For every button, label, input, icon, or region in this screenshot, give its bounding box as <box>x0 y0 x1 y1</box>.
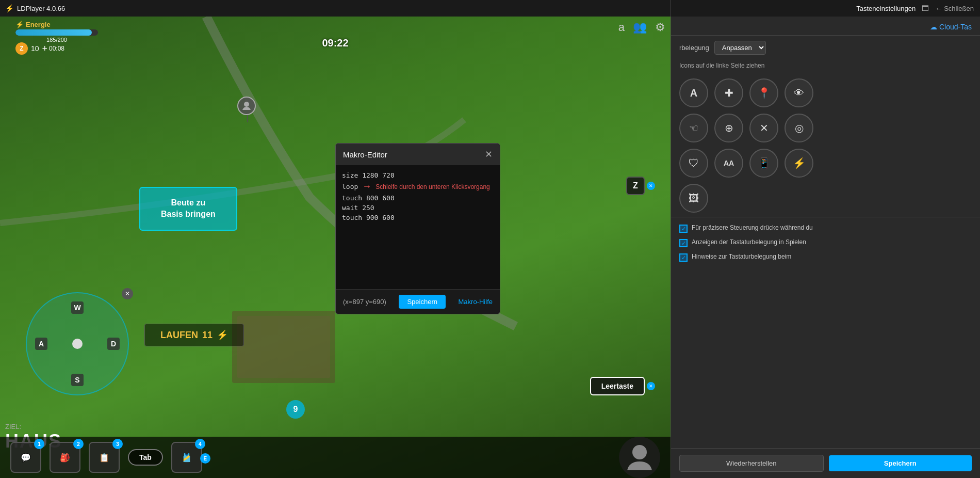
macro-modal-body: size 1280 720 loop → Schleife durch den … <box>336 165 500 289</box>
macro-loop-row: loop → Schleife durch den unteren Klicks… <box>342 181 494 192</box>
leertaste-key[interactable]: Leertaste <box>590 377 645 395</box>
panel-bottom: Wiederherstellen Speichern <box>671 448 980 478</box>
macro-modal-footer: (x=897 y=690) Speichern Makro-Hilfe <box>336 289 500 314</box>
checkbox-label-1: Für präzisere Steuerung drücke während d… <box>692 224 813 232</box>
macro-editor-modal: Makro-Editor ✕ size 1280 720 loop → Schl… <box>335 143 500 314</box>
z-key[interactable]: Z <box>626 177 645 195</box>
game-area: ⚡ Energie 185/200 00:08 Z 10 + 09:22 a 👥… <box>0 17 671 478</box>
icon-grid-AA[interactable]: AA <box>714 149 743 178</box>
icon-grid-target[interactable]: ⊕ <box>714 114 743 142</box>
slot4-badge: 4 <box>195 439 205 449</box>
w-key[interactable]: W <box>71 301 84 314</box>
alpha-icon[interactable]: a <box>618 21 625 34</box>
hud-coin: Z 10 + <box>15 42 47 55</box>
macro-modal-close-btn[interactable]: ✕ <box>485 149 493 160</box>
icon-grid-hand[interactable]: ☜ <box>679 114 708 142</box>
z-key-overlay: Z ✕ <box>626 177 655 195</box>
slot1-badge: 1 <box>34 439 44 449</box>
energy-bar-fill <box>15 29 92 36</box>
icon-grid-pin[interactable]: 📍 <box>749 78 778 107</box>
svg-point-2 <box>244 102 249 107</box>
checkbox-label-2: Anzeigen der Tastaturbelegung in Spielen <box>692 238 806 247</box>
add-coin-icon[interactable]: + <box>42 43 48 54</box>
checkbox-row-2: ✓ Anzeigen der Tastaturbelegung in Spiel… <box>679 238 972 247</box>
slot2-badge: 2 <box>73 439 84 449</box>
keybind-select[interactable]: Anpassen <box>714 41 766 55</box>
users-icon[interactable]: 👥 <box>633 21 647 34</box>
settings-icon[interactable]: ⚙ <box>655 21 665 34</box>
beute-button[interactable]: Beute zu Basis bringen <box>139 187 237 231</box>
player-marker-pin <box>247 115 248 122</box>
checkbox-1[interactable]: ✓ <box>679 225 688 233</box>
app-title: LDPlayer 4.0.66 <box>17 5 65 12</box>
avatar-svg <box>624 442 655 473</box>
player-marker <box>237 97 258 122</box>
d-key[interactable]: D <box>107 338 120 350</box>
macro-help-link[interactable]: Makro-Hilfe <box>459 298 493 306</box>
panel-close-btn[interactable]: ← Schließen <box>935 5 974 12</box>
macro-line-5: touch 900 600 <box>342 214 494 221</box>
center-timer: 09:22 <box>322 37 348 49</box>
cloud-tas-btn[interactable]: ☁ Cloud-Tas <box>930 23 972 31</box>
icon-grid-scope[interactable]: ◎ <box>785 114 813 142</box>
laufen-bar: LAUFEN 11 ⚡ <box>144 324 244 346</box>
bottom-hud: 💬 1 🎒 2 📋 3 Tab 🎽 4 E <box>0 437 671 478</box>
e-badge: E <box>200 453 210 464</box>
hud-slot-1[interactable]: 💬 1 <box>10 442 41 473</box>
tab-label: Tab <box>139 453 152 461</box>
wasd-circle[interactable]: W A S D ✕ <box>26 292 129 395</box>
coin-icon: Z <box>15 42 28 55</box>
panel-save-button[interactable]: Speichern <box>829 455 972 471</box>
icon-grid-shield[interactable]: 🛡 <box>679 149 708 178</box>
macro-modal-title: Makro-Editor <box>343 150 387 159</box>
beute-line1: Beute zu <box>161 197 216 209</box>
macro-line-4: wait 250 <box>342 204 494 212</box>
keybind-label: rbelegung <box>679 44 709 52</box>
slot3-badge: 3 <box>112 439 123 449</box>
icon-grid-phone[interactable]: 📱 <box>749 149 778 178</box>
app-brand: ⚡ LDPlayer 4.0.66 <box>5 4 65 12</box>
hud-tab-slot[interactable]: Tab <box>128 449 163 466</box>
checkbox-2[interactable]: ✓ <box>679 239 688 247</box>
icon-grid-crosshair[interactable]: ✕ <box>749 114 778 142</box>
slot1-icon: 💬 <box>21 453 31 463</box>
panel-minimize-icon[interactable]: 🗖 <box>922 4 929 12</box>
laufen-bolt: ⚡ <box>217 329 228 341</box>
macro-modal-header: Makro-Editor ✕ <box>336 144 500 165</box>
hud-slot-3[interactable]: 📋 3 <box>89 442 120 473</box>
hud-slot-2[interactable]: 🎒 2 <box>50 442 80 473</box>
icon-grid-plus[interactable]: ✚ <box>714 78 743 107</box>
leertaste-close-btn[interactable]: ✕ <box>647 382 655 390</box>
checkbox-3[interactable]: ✓ <box>679 253 688 262</box>
macro-save-btn[interactable]: Speichern <box>399 295 446 309</box>
laufen-value: 11 <box>202 330 213 341</box>
macro-line-1: size 1280 720 <box>342 171 494 179</box>
icon-grid-eye[interactable]: 👁 <box>785 78 813 107</box>
player-avatar[interactable] <box>619 437 660 478</box>
svg-rect-0 <box>232 311 335 383</box>
wasd-close-btn[interactable]: ✕ <box>122 288 133 299</box>
icon-grid-photo[interactable]: 🖼 <box>679 184 708 213</box>
energy-label: ⚡ Energie <box>15 21 98 28</box>
wasd-center-dot <box>72 339 83 349</box>
laufen-label: LAUFEN <box>160 330 198 341</box>
energy-bar-container <box>15 29 98 36</box>
z-key-close-btn[interactable]: ✕ <box>647 182 655 190</box>
a-key[interactable]: A <box>35 338 47 350</box>
icon-grid-bolt[interactable]: ⚡ <box>785 149 813 178</box>
s-key[interactable]: S <box>71 374 84 386</box>
icon-grid-A[interactable]: A <box>679 78 708 107</box>
keybind-row: rbelegung Anpassen <box>671 36 980 60</box>
hud-top-right: a 👥 ⚙ <box>618 21 665 34</box>
checkbox-row-3: ✓ Hinweise zur Tastaturbelegung beim <box>679 252 972 262</box>
right-panel-header: ☁ Cloud-Tas <box>671 17 980 36</box>
coin-value: 10 <box>31 44 39 53</box>
wasd-control: W A S D ✕ <box>26 292 134 375</box>
svg-rect-1 <box>237 316 330 378</box>
icon-grid: A ✚ 📍 👁 ☜ ⊕ ✕ ◎ 🛡 AA 📱 ⚡ 🖼 <box>671 74 980 217</box>
restore-button[interactable]: Wiederherstellen <box>679 455 824 472</box>
leertaste-overlay: Leertaste ✕ <box>590 377 655 395</box>
hud-slot-4[interactable]: 🎽 4 <box>171 442 202 473</box>
icons-hint: Icons auf die linke Seite ziehen <box>671 60 980 74</box>
title-bar: ⚡ LDPlayer 4.0.66 <box>0 0 671 17</box>
